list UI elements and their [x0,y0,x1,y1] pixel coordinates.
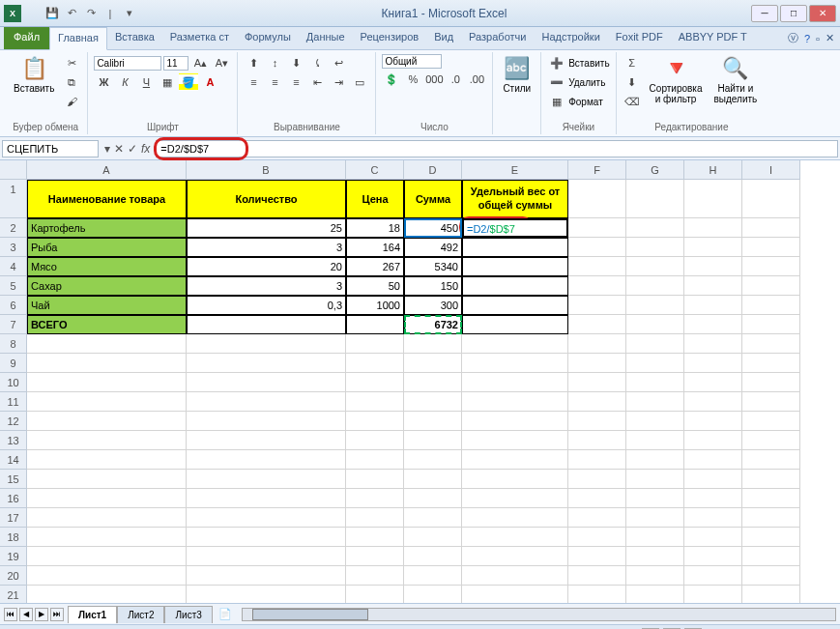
cell[interactable] [626,218,684,238]
cell[interactable] [742,586,800,603]
tab-formulas[interactable]: Формулы [237,27,299,49]
cell[interactable] [684,354,742,373]
cell-data[interactable]: Рыба [27,238,187,257]
row-header-5[interactable]: 5 [0,276,27,296]
cell[interactable] [626,450,684,470]
cell[interactable] [568,276,626,296]
cell[interactable] [27,431,187,450]
cell[interactable] [462,392,568,412]
cell[interactable] [346,528,404,547]
format-label[interactable]: Формат [568,97,603,107]
cell[interactable] [568,218,626,238]
cell[interactable] [187,566,346,586]
cell[interactable] [626,276,684,296]
cell[interactable] [568,508,626,528]
cell[interactable] [568,354,626,373]
cell[interactable] [568,431,626,450]
cell[interactable] [346,450,404,470]
cell[interactable] [462,489,568,508]
font-color-icon[interactable]: A [200,73,219,91]
cell[interactable] [684,296,742,315]
cell[interactable] [404,547,462,566]
cell[interactable] [626,566,684,586]
dec-dec-icon[interactable]: .00 [467,71,486,88]
sheet-nav-prev-icon[interactable]: ◀ [19,608,33,621]
sheet-tab-1[interactable]: Лист1 [68,606,117,623]
orient-icon[interactable]: ⤹ [307,54,327,71]
cell[interactable] [626,412,684,431]
border-icon[interactable]: ▦ [158,73,177,91]
cell[interactable] [626,180,684,218]
accept-formula-icon[interactable]: ✓ [128,142,137,156]
cell[interactable] [742,431,800,450]
cell[interactable] [404,586,462,603]
cell[interactable] [626,528,684,547]
row-header-11[interactable]: 11 [0,392,27,412]
merge-icon[interactable]: ▭ [350,73,369,91]
sheet-nav-next-icon[interactable]: ▶ [35,608,48,621]
cell[interactable] [742,218,800,238]
cell-data[interactable] [187,315,346,334]
cell[interactable] [346,470,404,489]
cell[interactable] [404,412,462,431]
cell[interactable] [27,586,187,603]
col-header-I[interactable]: I [742,160,800,180]
cell[interactable] [462,508,568,528]
cell[interactable] [684,276,742,296]
dropdown-icon[interactable]: ▾ [104,142,110,156]
tab-insert[interactable]: Вставка [107,27,162,49]
minimize-button[interactable]: ─ [751,5,778,22]
sheet-tab-2[interactable]: Лист2 [117,606,164,623]
underline-icon[interactable]: Ч [136,73,156,91]
tab-view[interactable]: Вид [426,27,461,49]
font-size-input[interactable] [163,56,188,71]
undo-icon[interactable]: ↶ [64,6,79,21]
cell-data[interactable]: 20 [187,257,346,276]
wrap-icon[interactable]: ↩ [329,54,348,71]
cell[interactable] [742,238,800,257]
cell[interactable] [568,489,626,508]
row-header-19[interactable]: 19 [0,547,27,566]
cell[interactable] [404,528,462,547]
tab-home[interactable]: Главная [49,27,107,50]
cell-data[interactable]: 3 [187,238,346,257]
cell[interactable] [684,412,742,431]
cell[interactable] [27,528,187,547]
row-header-17[interactable]: 17 [0,508,27,528]
new-sheet-icon[interactable]: 📄 [213,608,238,620]
doc-restore-icon[interactable]: ▫ [816,33,820,44]
cell-data[interactable]: 1000 [346,296,404,315]
cell-data[interactable] [462,315,568,334]
cell[interactable] [626,354,684,373]
align-mid-icon[interactable]: ↕ [265,54,284,71]
cell-data[interactable]: Удельный вес от общей суммы [462,180,568,218]
cell[interactable] [742,373,800,392]
fill-color-icon[interactable]: 🪣 [179,73,198,91]
cell[interactable] [27,489,187,508]
cell-data[interactable]: Цена [346,180,404,218]
cell[interactable] [742,489,800,508]
cell[interactable] [626,315,684,334]
currency-icon[interactable]: 💲 [382,71,401,88]
cell[interactable] [568,296,626,315]
cell[interactable] [27,392,187,412]
cell[interactable] [187,412,346,431]
cell[interactable] [568,257,626,276]
cell[interactable] [187,354,346,373]
delete-icon[interactable]: ➖ [547,73,566,91]
align-left-icon[interactable]: ≡ [244,73,263,91]
cell[interactable] [462,373,568,392]
cell[interactable] [568,450,626,470]
shrink-font-icon[interactable]: A▾ [212,54,231,71]
indent-inc-icon[interactable]: ⇥ [329,73,348,91]
cell[interactable] [684,450,742,470]
cell-data[interactable] [462,257,568,276]
cell[interactable] [742,296,800,315]
cell[interactable] [742,566,800,586]
sheet-nav-first-icon[interactable]: ⏮ [4,608,17,621]
cell[interactable] [684,508,742,528]
cell[interactable] [27,470,187,489]
cell-data[interactable]: 6732 [404,315,462,334]
cell-data[interactable]: Наименование товара [27,180,187,218]
cell[interactable] [462,412,568,431]
